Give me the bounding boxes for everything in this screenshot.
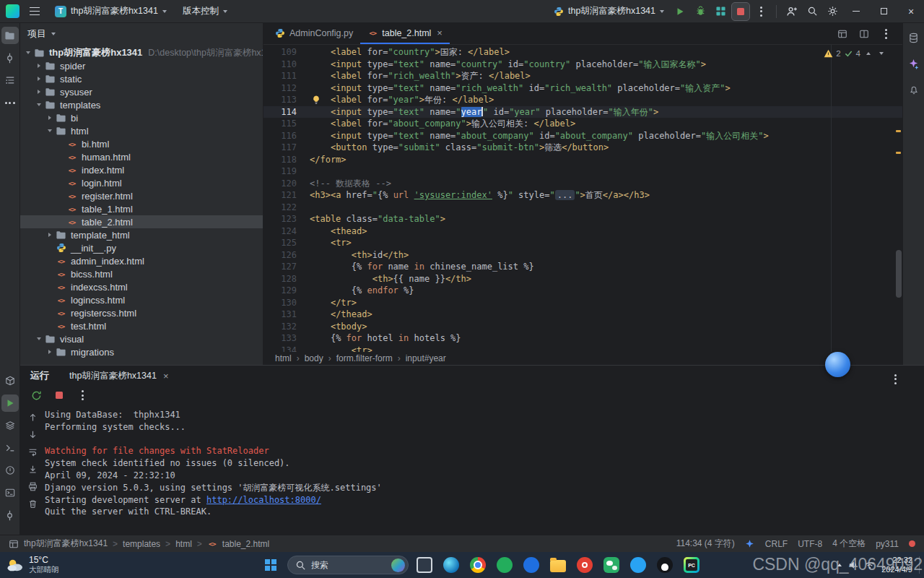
taskbar-app-edge[interactable] — [441, 554, 461, 576]
tree-item-indexcss.html[interactable]: <>indexcss.html — [20, 280, 263, 293]
tree-item-human.html[interactable]: <>human.html — [20, 150, 263, 163]
database-tool-button[interactable] — [905, 29, 923, 46]
tree-item-login.html[interactable]: <>login.html — [20, 176, 263, 189]
line-number-113[interactable]: 113 — [263, 94, 310, 106]
tree-item-thp胡润富豪榜hx1341[interactable]: thp胡润富豪榜hx1341D:\desktop\thp胡润富豪榜hx1341 — [20, 46, 263, 59]
ai-status-icon[interactable] — [745, 538, 755, 550]
tree-item-table_1.html[interactable]: <>table_1.html — [20, 202, 263, 215]
structure-tool-button[interactable] — [1, 72, 19, 89]
tree-arrow-icon[interactable] — [34, 72, 44, 85]
tree-item-registercss.html[interactable]: <>registercss.html — [20, 306, 263, 319]
run-panel-options-button[interactable] — [894, 368, 897, 384]
run-tool-button[interactable] — [1, 394, 19, 412]
line-number-112[interactable]: 112 — [263, 82, 310, 95]
tree-item-bi.html[interactable]: <>bi.html — [20, 137, 263, 150]
python-packages-tool-button[interactable] — [1, 417, 19, 434]
code-line-132[interactable]: <tbody> — [310, 321, 902, 333]
tree-item-table_2.html[interactable]: <>table_2.html — [20, 215, 263, 228]
coverage-button[interactable] — [711, 2, 730, 21]
taskbar-app-green-app[interactable] — [494, 554, 515, 576]
tree-item-html[interactable]: html — [20, 124, 263, 137]
caret-position[interactable]: 114:34 (4 字符) — [676, 538, 735, 550]
code-line-127[interactable]: {% for name in chinese_name_list %} — [310, 261, 902, 273]
breadcrumb-input#year[interactable]: input#year — [406, 353, 446, 363]
warning-mark[interactable] — [896, 152, 901, 154]
line-number-124[interactable]: 124 — [263, 225, 310, 238]
scroll-to-end-button[interactable] — [25, 462, 40, 475]
tree-item-migrations[interactable]: migrations — [20, 345, 263, 358]
taskbar-app-tim[interactable] — [628, 554, 648, 576]
code-line-134[interactable]: <tr> — [310, 345, 902, 353]
code-area[interactable]: <label for="country">国家: </label> <input… — [310, 45, 902, 352]
code-line-131[interactable]: </thead> — [310, 309, 902, 321]
tree-arrow-icon[interactable] — [45, 111, 55, 124]
editor-tab-table_2.html[interactable]: <>table_2.html× — [360, 23, 450, 44]
indent-selector[interactable]: 4 个空格 — [832, 538, 866, 550]
tree-item-test.html[interactable]: <>test.html — [20, 319, 263, 332]
tree-arrow-icon[interactable] — [45, 345, 55, 358]
intention-bulb-icon[interactable] — [312, 95, 322, 106]
status-path-segment[interactable]: templates — [123, 539, 160, 549]
more-actions-button[interactable] — [751, 2, 770, 21]
python-console-tool-button[interactable] — [1, 439, 19, 457]
code-line-124[interactable]: <thead> — [310, 225, 902, 238]
code-line-120[interactable]: <!-- 数据表格 --> — [310, 178, 902, 190]
code-with-me-button[interactable] — [783, 2, 801, 21]
code-line-115[interactable]: <label for="about_company">输入公司相关: </lab… — [310, 118, 902, 130]
tree-arrow-icon[interactable] — [34, 98, 44, 111]
line-number-122[interactable]: 122 — [263, 202, 310, 214]
code-line-116[interactable]: <input type="text" name="about_company" … — [310, 130, 902, 142]
breadcrumb-form.filter-form[interactable]: form.filter-form — [336, 353, 393, 363]
clear-all-button[interactable] — [25, 497, 40, 510]
line-number-123[interactable]: 123 — [263, 213, 310, 225]
problems-tool-button[interactable] — [1, 462, 19, 479]
status-path-segment[interactable]: table_2.html — [222, 539, 269, 549]
line-number-131[interactable]: 131 — [263, 309, 310, 321]
taskbar-app-wechat[interactable] — [601, 554, 622, 576]
tree-item-spider[interactable]: spider — [20, 59, 263, 72]
line-number-111[interactable]: 111 — [263, 70, 310, 82]
taskbar-app-music[interactable] — [575, 554, 595, 576]
line-number-134[interactable]: 134 — [263, 345, 310, 353]
minimize-button[interactable] — [843, 0, 869, 23]
floating-assistant-button[interactable] — [825, 352, 850, 377]
next-problem-button[interactable] — [876, 48, 886, 59]
tree-item-static[interactable]: static — [20, 72, 263, 85]
up-stack-trace-button[interactable] — [25, 410, 40, 423]
debug-button[interactable] — [691, 2, 710, 21]
run-config-button[interactable]: thp胡润富豪榜hx1341 — [549, 3, 669, 20]
tree-arrow-icon[interactable] — [34, 332, 44, 345]
code-line-129[interactable]: {% endfor %} — [310, 285, 902, 297]
line-number-126[interactable]: 126 — [263, 249, 310, 262]
line-number-119[interactable]: 119 — [263, 165, 310, 178]
editor[interactable]: 1091101111121131141151161171181191201211… — [263, 45, 902, 352]
taskbar-app-pycharm[interactable] — [681, 554, 702, 576]
line-number-110[interactable]: 110 — [263, 59, 310, 71]
run-tab[interactable]: thp胡润富豪榜hx1341 × — [69, 370, 168, 382]
line-number-127[interactable]: 127 — [263, 261, 310, 273]
code-line-122[interactable] — [310, 202, 902, 214]
code-line-118[interactable]: </form> — [310, 154, 902, 166]
commit-tool-button[interactable] — [1, 49, 19, 66]
code-line-133[interactable]: {% for hotel in hotels %} — [310, 332, 902, 345]
tree-arrow-icon[interactable] — [34, 85, 44, 98]
tree-arrow-icon[interactable] — [34, 59, 44, 72]
stop-button[interactable] — [731, 2, 750, 21]
tree-item-index.html[interactable]: <>index.html — [20, 163, 263, 176]
notifications-tool-button[interactable] — [905, 81, 923, 98]
tree-arrow-icon[interactable] — [23, 46, 33, 59]
editor-tab-AdminConfig.py[interactable]: AdminConfig.py — [268, 23, 360, 44]
maximize-button[interactable] — [871, 0, 897, 23]
code-line-110[interactable]: <input type="text" name="country" id="co… — [310, 59, 902, 71]
taskbar-app-chrome[interactable] — [468, 554, 488, 576]
main-menu-button[interactable] — [25, 2, 44, 21]
taskbar-app-qq[interactable] — [655, 554, 675, 576]
more-options-button[interactable] — [75, 388, 90, 402]
line-number-114[interactable]: 114 — [263, 106, 310, 118]
line-number-109[interactable]: 109 — [263, 46, 310, 59]
settings-button[interactable] — [823, 2, 842, 21]
taskbar-app-file-explorer[interactable] — [548, 554, 568, 576]
search-everywhere-button[interactable] — [803, 2, 821, 21]
scrollbar-thumb[interactable] — [896, 250, 902, 298]
line-number-130[interactable]: 130 — [263, 297, 310, 309]
